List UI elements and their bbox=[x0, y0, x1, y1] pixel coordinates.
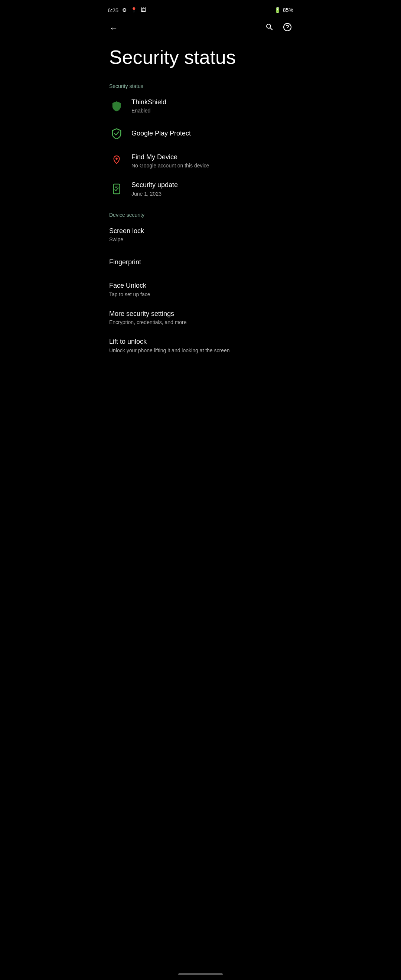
fingerprint-item[interactable]: Fingerprint bbox=[100, 249, 301, 275]
security-update-item[interactable]: Security update June 1, 2023 bbox=[100, 175, 301, 203]
section-device-security: Device security Screen lock Swipe Finger… bbox=[100, 206, 301, 360]
find-my-device-subtitle: No Google account on this device bbox=[131, 162, 292, 169]
thinkshield-subtitle: Enabled bbox=[131, 107, 292, 114]
battery-icon: 🔋 bbox=[274, 7, 281, 13]
google-play-protect-title: Google Play Protect bbox=[131, 129, 292, 138]
battery-text: 85% bbox=[283, 7, 293, 13]
google-play-protect-text: Google Play Protect bbox=[131, 129, 292, 138]
security-update-subtitle: June 1, 2023 bbox=[131, 191, 292, 197]
find-my-device-text: Find My Device No Google account on this… bbox=[131, 153, 292, 169]
help-button[interactable] bbox=[280, 20, 295, 37]
search-button[interactable] bbox=[262, 20, 277, 37]
thinkshield-icon bbox=[109, 99, 124, 114]
face-unlock-item[interactable]: Face Unlock Tap to set up face bbox=[100, 275, 301, 304]
nav-icons-right bbox=[262, 20, 295, 37]
screen-lock-text: Screen lock Swipe bbox=[109, 227, 292, 243]
more-security-settings-item[interactable]: More security settings Encryption, crede… bbox=[100, 304, 301, 332]
security-update-icon bbox=[109, 181, 124, 196]
lift-to-unlock-item[interactable]: Lift to unlock Unlock your phone lifting… bbox=[100, 331, 301, 360]
more-security-settings-title: More security settings bbox=[109, 310, 292, 318]
google-play-protect-icon bbox=[109, 126, 124, 141]
section-security-status: Security status ThinkShield Enabled Goog… bbox=[100, 77, 301, 203]
svg-point-2 bbox=[116, 158, 118, 160]
top-nav: ← bbox=[100, 18, 301, 38]
security-update-title: Security update bbox=[131, 181, 292, 189]
face-unlock-text: Face Unlock Tap to set up face bbox=[109, 282, 292, 298]
google-play-protect-item[interactable]: Google Play Protect bbox=[100, 120, 301, 147]
fingerprint-text: Fingerprint bbox=[109, 258, 292, 267]
image-status-icon: 🖼 bbox=[141, 7, 146, 13]
thinkshield-item[interactable]: ThinkShield Enabled bbox=[100, 92, 301, 120]
status-bar-left: 6:25 ⚙ 📍 🖼 bbox=[108, 7, 146, 13]
find-my-device-icon bbox=[109, 153, 124, 168]
face-unlock-subtitle: Tap to set up face bbox=[109, 291, 292, 298]
more-security-settings-subtitle: Encryption, credentials, and more bbox=[109, 319, 292, 326]
fingerprint-title: Fingerprint bbox=[109, 258, 292, 267]
screen-lock-item[interactable]: Screen lock Swipe bbox=[100, 221, 301, 249]
svg-rect-3 bbox=[114, 184, 120, 194]
lift-to-unlock-subtitle: Unlock your phone lifting it and looking… bbox=[109, 347, 292, 354]
status-bar-right: 🔋 85% bbox=[274, 7, 293, 13]
thinkshield-title: ThinkShield bbox=[131, 98, 292, 107]
screen-lock-title: Screen lock bbox=[109, 227, 292, 235]
face-unlock-title: Face Unlock bbox=[109, 282, 292, 290]
gear-status-icon: ⚙ bbox=[122, 7, 127, 13]
find-my-device-title: Find My Device bbox=[131, 153, 292, 161]
lift-to-unlock-text: Lift to unlock Unlock your phone lifting… bbox=[109, 337, 292, 354]
section-header-device-security: Device security bbox=[100, 206, 301, 221]
lift-to-unlock-title: Lift to unlock bbox=[109, 337, 292, 346]
back-button[interactable]: ← bbox=[106, 20, 121, 37]
security-update-text: Security update June 1, 2023 bbox=[131, 181, 292, 197]
screen-lock-subtitle: Swipe bbox=[109, 236, 292, 243]
status-bar: 6:25 ⚙ 📍 🖼 🔋 85% bbox=[100, 0, 301, 18]
location-status-icon: 📍 bbox=[131, 7, 137, 13]
section-header-security-status: Security status bbox=[100, 77, 301, 92]
status-time: 6:25 bbox=[108, 7, 118, 13]
thinkshield-text: ThinkShield Enabled bbox=[131, 98, 292, 115]
more-security-settings-text: More security settings Encryption, crede… bbox=[109, 310, 292, 326]
find-my-device-item[interactable]: Find My Device No Google account on this… bbox=[100, 147, 301, 175]
page-title: Security status bbox=[100, 38, 301, 77]
